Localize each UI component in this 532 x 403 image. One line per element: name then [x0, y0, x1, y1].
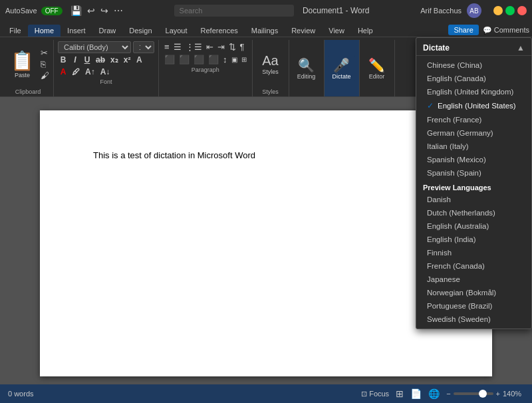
- cut-icon[interactable]: ✂: [41, 48, 49, 58]
- save-icon[interactable]: 💾: [70, 5, 82, 16]
- numbering-button[interactable]: ☰: [172, 41, 183, 53]
- lang-english-us[interactable]: English (United States): [416, 98, 531, 113]
- styles-button[interactable]: Aa Styles: [257, 51, 284, 78]
- lang-english-uk[interactable]: English (United Kingdom): [416, 85, 531, 98]
- comments-button[interactable]: 💬 Comments: [483, 26, 529, 35]
- bullets-button[interactable]: ≡: [163, 41, 171, 53]
- view-web-icon[interactable]: 🌐: [428, 388, 440, 399]
- subscript-button[interactable]: x₂: [108, 55, 120, 65]
- lang-spanish-mexico[interactable]: Spanish (Mexico): [416, 153, 531, 166]
- tab-draw[interactable]: Draw: [92, 25, 123, 37]
- share-button[interactable]: Share: [448, 25, 478, 35]
- increase-indent-button[interactable]: ⇥: [216, 41, 226, 53]
- tab-file[interactable]: File: [3, 25, 28, 37]
- lang-swedish-sweden[interactable]: Swedish (Sweden): [416, 313, 531, 326]
- font-size-selector[interactable]: 11: [133, 41, 154, 53]
- zoom-out-button[interactable]: −: [446, 390, 450, 398]
- clipboard-content: 📋 Paste ✂ ⎘ 🖌: [7, 40, 49, 88]
- align-right-button[interactable]: ⬛: [192, 54, 205, 65]
- lang-italian-italy[interactable]: Italian (Italy): [416, 140, 531, 153]
- user-avatar[interactable]: AB: [467, 3, 481, 18]
- more-icon[interactable]: ⋯: [114, 5, 123, 16]
- shading-button[interactable]: ▣: [230, 55, 239, 64]
- autosave-label: AutoSave: [5, 7, 37, 15]
- view-reading-icon[interactable]: 📄: [410, 388, 422, 399]
- dropdown-collapse-icon[interactable]: ▲: [517, 43, 525, 53]
- italic-button[interactable]: I: [70, 55, 80, 65]
- align-center-button[interactable]: ⬛: [178, 54, 191, 65]
- status-bar: 0 words ⊡ Focus ⊞ 📄 🌐 − + 140%: [0, 384, 532, 403]
- lang-french-france[interactable]: French (France): [416, 113, 531, 126]
- align-left-button[interactable]: ⬛: [163, 54, 176, 65]
- lang-portuguese-brazil[interactable]: Portuguese (Brazil): [416, 299, 531, 313]
- multilevel-button[interactable]: ⋮☰: [184, 41, 203, 53]
- bold-button[interactable]: B: [58, 55, 68, 65]
- lang-spanish-spain[interactable]: Spanish (Spain): [416, 166, 531, 180]
- editing-button[interactable]: 🔍 Editing: [293, 55, 320, 82]
- app-container: AutoSave OFF 💾 ↩ ↪ ⋯ Document1 - Word Ar…: [0, 0, 532, 403]
- zoom-in-button[interactable]: +: [496, 390, 500, 398]
- styles-label: Styles: [262, 88, 279, 96]
- ribbon-tab-right: Share 💬 Comments: [448, 25, 529, 37]
- close-button[interactable]: [517, 6, 527, 15]
- copy-icon[interactable]: ⎘: [41, 59, 49, 69]
- font-size-down-button[interactable]: A↓: [98, 67, 112, 77]
- tab-help[interactable]: Help: [351, 25, 380, 37]
- tab-home[interactable]: Home: [28, 25, 61, 37]
- maximize-button[interactable]: [505, 6, 515, 15]
- zoom-controls: − + 140%: [446, 390, 524, 398]
- lang-english-australia[interactable]: English (Australia): [416, 219, 531, 233]
- focus-label[interactable]: ⊡ Focus: [361, 390, 389, 398]
- editor-button[interactable]: ✏️ Editor: [364, 55, 390, 82]
- tab-layout[interactable]: Layout: [159, 25, 194, 37]
- lang-english-canada[interactable]: English (Canada): [416, 72, 531, 85]
- zoom-slider[interactable]: [454, 392, 493, 395]
- line-spacing-button[interactable]: ↕: [221, 54, 229, 65]
- tab-insert[interactable]: Insert: [61, 25, 92, 37]
- tab-mailings[interactable]: Mailings: [245, 25, 285, 37]
- tab-references[interactable]: References: [194, 25, 245, 37]
- decrease-indent-button[interactable]: ⇤: [205, 41, 215, 53]
- font-name-selector[interactable]: Calibri (Body): [58, 41, 131, 53]
- show-marks-button[interactable]: ¶: [239, 41, 246, 53]
- undo-icon[interactable]: ↩: [87, 5, 95, 16]
- autosave-toggle[interactable]: OFF: [41, 7, 63, 15]
- highlight-button[interactable]: 🖊: [70, 67, 82, 77]
- underline-button[interactable]: U: [82, 55, 92, 65]
- dictate-button[interactable]: 🎤 Dictate: [329, 55, 355, 82]
- styles-content: Aa Styles: [257, 40, 284, 88]
- search-input[interactable]: [174, 5, 294, 17]
- format-painter-icon[interactable]: 🖌: [41, 70, 49, 80]
- lang-english-india[interactable]: English (India): [416, 233, 531, 246]
- lang-norwegian-bokmal[interactable]: Norwegian (Bokmål): [416, 286, 531, 299]
- paste-button[interactable]: 📋 Paste: [7, 47, 38, 81]
- tab-design[interactable]: Design: [122, 25, 158, 37]
- lang-danish[interactable]: Danish: [416, 193, 531, 206]
- redo-icon[interactable]: ↪: [100, 5, 108, 16]
- minimize-button[interactable]: [493, 6, 503, 15]
- lang-chinese-china[interactable]: Chinese (China): [416, 59, 531, 72]
- superscript-button[interactable]: x²: [122, 55, 133, 65]
- doc-content[interactable]: This is a test of dictation in Microsoft…: [93, 150, 439, 160]
- strikethrough-button[interactable]: ab: [94, 55, 107, 65]
- font-size-up-button[interactable]: A↑: [83, 67, 97, 77]
- lang-dutch-netherlands[interactable]: Dutch (Netherlands): [416, 206, 531, 219]
- ribbon-group-paragraph: ≡ ☰ ⋮☰ ⇤ ⇥ ⇅ ¶ ⬛ ⬛ ⬛ ⬛ ↕ ▣ ⊞ P: [159, 40, 253, 96]
- title-bar: AutoSave OFF 💾 ↩ ↪ ⋯ Document1 - Word Ar…: [0, 0, 532, 21]
- paste-icon: 📋: [11, 50, 34, 72]
- justify-button[interactable]: ⬛: [207, 54, 220, 65]
- clear-format-button[interactable]: A: [134, 55, 144, 65]
- lang-finnish[interactable]: Finnish: [416, 246, 531, 259]
- tab-review[interactable]: Review: [285, 25, 322, 37]
- lang-german-germany[interactable]: German (Germany): [416, 126, 531, 140]
- lang-japanese[interactable]: Japanese: [416, 273, 531, 286]
- lang-french-canada[interactable]: French (Canada): [416, 259, 531, 273]
- sort-button[interactable]: ⇅: [227, 41, 237, 53]
- zoom-thumb[interactable]: [479, 390, 487, 398]
- view-normal-icon[interactable]: ⊞: [396, 388, 404, 399]
- tab-view[interactable]: View: [322, 25, 351, 37]
- borders-button[interactable]: ⊞: [240, 55, 248, 64]
- font-color-button[interactable]: A: [58, 67, 68, 77]
- zoom-level: 140%: [503, 390, 524, 398]
- editor-content: ✏️ Editor: [364, 40, 390, 96]
